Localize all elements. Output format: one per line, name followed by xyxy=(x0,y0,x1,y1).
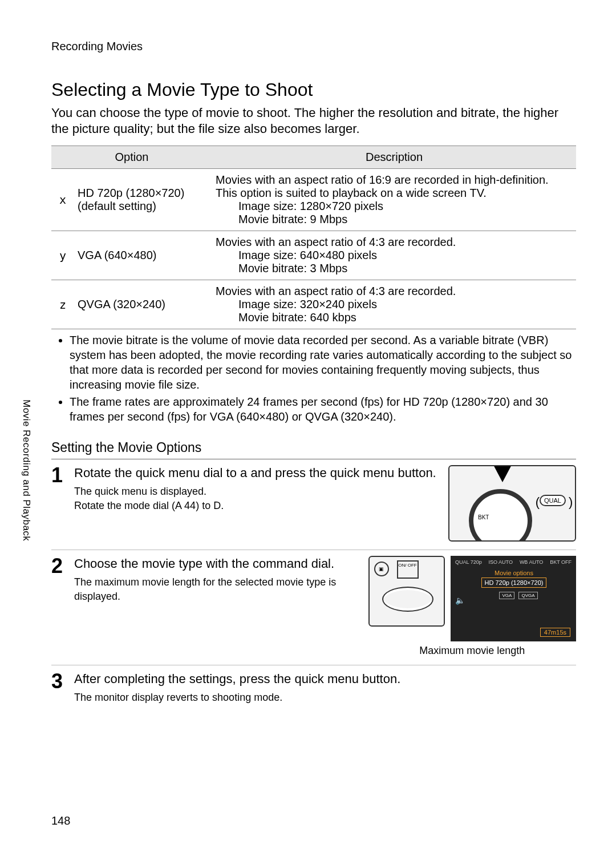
option-name: VGA (640×480) xyxy=(74,231,212,280)
table-row: y VGA (640×480) Movies with an aspect ra… xyxy=(51,231,576,280)
desc-size: Image size: 640×480 pixels xyxy=(216,249,573,262)
step-3: 3 After completing the settings, press t… xyxy=(51,665,576,713)
bkt-label: BKT xyxy=(478,514,489,520)
desc-main: Movies with an aspect ratio of 16:9 are … xyxy=(216,173,549,199)
step-sub: Rotate the mode dial (A 44) to D. xyxy=(74,499,437,513)
dial-wheel-icon: BKT xyxy=(469,489,532,542)
option-icon: y xyxy=(51,231,74,280)
sub-heading: Setting the Movie Options xyxy=(51,440,576,455)
option-desc: Movies with an aspect ratio of 4:3 are r… xyxy=(212,280,576,329)
step-sub: The maximum movie length for the selecte… xyxy=(74,575,357,604)
option-name: HD 720p (1280×720) (default setting) xyxy=(74,169,212,231)
step-1: 1 Rotate the quick menu dial to a and pr… xyxy=(51,459,576,550)
lcd-wb: WB AUTO xyxy=(520,559,543,565)
option-desc: Movies with an aspect ratio of 4:3 are r… xyxy=(212,231,576,280)
desc-rate: Movie bitrate: 3 Mbps xyxy=(216,262,573,275)
desc-rate: Movie bitrate: 9 Mbps xyxy=(216,213,573,226)
step-title: Rotate the quick menu dial to a and pres… xyxy=(74,465,437,481)
list-item: The frame rates are approximately 24 fra… xyxy=(70,394,576,424)
step-title: Choose the movie type with the command d… xyxy=(74,556,357,572)
figure-caption: Maximum movie length xyxy=(368,645,576,657)
step-sub: The quick menu is displayed. xyxy=(74,484,437,499)
intro-text: You can choose the type of movie to shoo… xyxy=(51,105,576,136)
step-sub: The monitor display reverts to shooting … xyxy=(74,690,576,705)
option-icon: z xyxy=(51,280,74,329)
page-title: Selecting a Movie Type to Shoot xyxy=(51,79,576,100)
step-2: 2 Choose the movie type with the command… xyxy=(51,550,576,665)
desc-main: Movies with an aspect ratio of 4:3 are r… xyxy=(216,236,456,248)
lcd-bkt: BKT OFF xyxy=(550,559,572,565)
desc-main: Movies with an aspect ratio of 4:3 are r… xyxy=(216,285,456,297)
col-description: Description xyxy=(212,146,576,169)
lcd-screen-illustration: QUAL 720p ISO AUTO WB AUTO BKT OFF Movie… xyxy=(451,556,576,641)
lcd-iso: ISO AUTO xyxy=(489,559,513,565)
speaker-icon: 🔈 xyxy=(455,596,465,605)
step-title: After completing the settings, press the… xyxy=(74,671,576,687)
lcd-qual: QUAL 720p xyxy=(455,559,482,565)
page-number: 148 xyxy=(51,814,70,827)
lcd-movie-options-label: Movie options xyxy=(455,570,573,576)
notes-list: The movie bitrate is the volume of movie… xyxy=(70,333,576,424)
option-icon: x xyxy=(51,169,74,231)
section-tab: Movie Recording and Playback xyxy=(21,399,32,541)
brace-icon: ( xyxy=(569,495,573,510)
desc-rate: Movie bitrate: 640 kbps xyxy=(216,311,573,324)
lcd-selected-option: HD 720p (1280×720) xyxy=(481,578,546,588)
step-number: 1 xyxy=(51,465,74,542)
col-option: Option xyxy=(51,146,212,169)
command-dial-icon xyxy=(382,587,433,612)
table-row: z QVGA (320×240) Movies with an aspect r… xyxy=(51,280,576,329)
movie-options-table: Option Description x HD 720p (1280×720) … xyxy=(51,146,576,329)
lcd-max-length: 47m15s xyxy=(540,628,570,637)
option-desc: Movies with an aspect ratio of 16:9 are … xyxy=(212,169,576,231)
camera-back-illustration: ▣ ON/ OFF xyxy=(368,556,445,627)
arrow-down-icon xyxy=(492,465,513,482)
qual-label: QUAL xyxy=(540,495,566,506)
breadcrumb: Recording Movies xyxy=(51,40,576,53)
onoff-button-icon: ON/ OFF xyxy=(397,560,419,579)
brace-icon: ( xyxy=(536,495,540,510)
lcd-chip-vga: VGA xyxy=(499,592,514,599)
list-item: The movie bitrate is the volume of movie… xyxy=(70,333,576,392)
step-number: 2 xyxy=(51,556,74,657)
desc-size: Image size: 1280×720 pixels xyxy=(216,200,573,213)
playback-icon: ▣ xyxy=(374,562,389,576)
table-row: x HD 720p (1280×720) (default setting) M… xyxy=(51,169,576,231)
option-name: QVGA (320×240) xyxy=(74,280,212,329)
lcd-chip-qvga: QVGA xyxy=(518,592,537,599)
step-number: 3 xyxy=(51,671,74,705)
quick-menu-dial-illustration: BKT ( QUAL ( xyxy=(448,465,576,542)
desc-size: Image size: 320×240 pixels xyxy=(216,298,573,311)
